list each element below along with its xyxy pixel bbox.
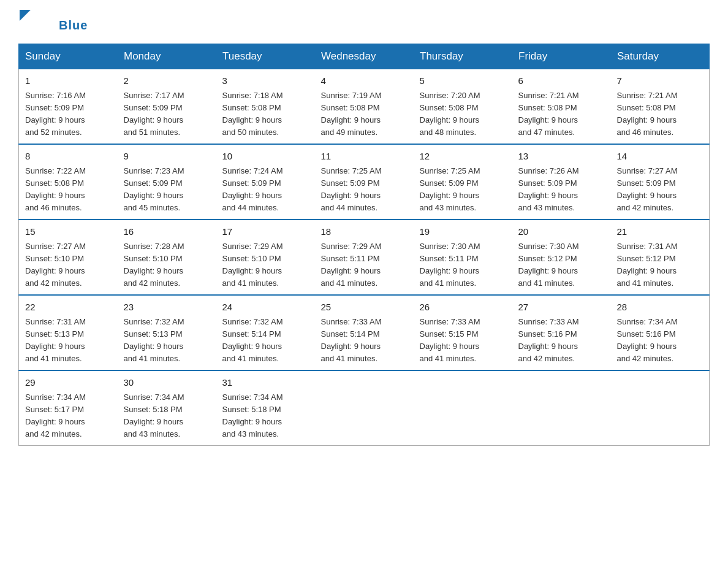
calendar-day-cell: 23 Sunrise: 7:32 AMSunset: 5:13 PMDaylig… (118, 295, 216, 370)
calendar-header-tuesday: Tuesday (216, 44, 315, 69)
day-info: Sunrise: 7:18 AMSunset: 5:08 PMDaylight:… (222, 91, 283, 137)
day-info: Sunrise: 7:21 AMSunset: 5:08 PMDaylight:… (518, 91, 579, 137)
day-number: 31 (222, 376, 309, 390)
calendar-day-cell: 16 Sunrise: 7:28 AMSunset: 5:10 PMDaylig… (118, 220, 216, 295)
day-info: Sunrise: 7:24 AMSunset: 5:09 PMDaylight:… (222, 166, 283, 212)
day-number: 7 (617, 74, 703, 88)
day-number: 14 (617, 150, 703, 164)
day-info: Sunrise: 7:34 AMSunset: 5:16 PMDaylight:… (617, 317, 678, 363)
calendar-day-cell (512, 370, 611, 446)
day-number: 3 (222, 74, 309, 88)
day-number: 21 (617, 225, 703, 239)
calendar-week-row: 22 Sunrise: 7:31 AMSunset: 5:13 PMDaylig… (19, 295, 710, 370)
calendar-day-cell: 1 Sunrise: 7:16 AMSunset: 5:09 PMDayligh… (19, 69, 118, 145)
calendar-day-cell: 25 Sunrise: 7:33 AMSunset: 5:14 PMDaylig… (315, 295, 414, 370)
day-number: 6 (518, 74, 605, 88)
calendar-day-cell: 5 Sunrise: 7:20 AMSunset: 5:08 PMDayligh… (414, 69, 512, 145)
day-info: Sunrise: 7:30 AMSunset: 5:11 PMDaylight:… (420, 242, 480, 288)
day-info: Sunrise: 7:21 AMSunset: 5:08 PMDaylight:… (617, 91, 678, 137)
day-number: 23 (124, 301, 210, 315)
day-number: 2 (124, 74, 210, 88)
calendar-day-cell (414, 370, 512, 446)
day-info: Sunrise: 7:27 AMSunset: 5:10 PMDaylight:… (25, 242, 86, 288)
day-number: 24 (222, 301, 309, 315)
day-info: Sunrise: 7:26 AMSunset: 5:09 PMDaylight:… (518, 166, 579, 212)
calendar-day-cell: 9 Sunrise: 7:23 AMSunset: 5:09 PMDayligh… (118, 144, 216, 220)
day-info: Sunrise: 7:30 AMSunset: 5:12 PMDaylight:… (518, 242, 579, 288)
day-info: Sunrise: 7:25 AMSunset: 5:09 PMDaylight:… (420, 166, 480, 212)
day-number: 17 (222, 225, 309, 239)
day-number: 5 (420, 74, 506, 88)
svg-marker-0 (20, 10, 31, 21)
day-number: 9 (124, 150, 210, 164)
day-number: 19 (420, 225, 506, 239)
calendar-header-saturday: Saturday (611, 44, 710, 69)
calendar-day-cell: 11 Sunrise: 7:25 AMSunset: 5:09 PMDaylig… (315, 144, 414, 220)
calendar-day-cell: 31 Sunrise: 7:34 AMSunset: 5:18 PMDaylig… (216, 370, 315, 446)
calendar-day-cell: 15 Sunrise: 7:27 AMSunset: 5:10 PMDaylig… (19, 220, 118, 295)
day-number: 4 (321, 74, 408, 88)
day-info: Sunrise: 7:34 AMSunset: 5:18 PMDaylight:… (124, 393, 184, 439)
calendar-day-cell: 6 Sunrise: 7:21 AMSunset: 5:08 PMDayligh… (512, 69, 611, 145)
calendar-day-cell (315, 370, 414, 446)
calendar-day-cell: 13 Sunrise: 7:26 AMSunset: 5:09 PMDaylig… (512, 144, 611, 220)
calendar-day-cell: 18 Sunrise: 7:29 AMSunset: 5:11 PMDaylig… (315, 220, 414, 295)
day-number: 15 (25, 225, 112, 239)
calendar-header-thursday: Thursday (414, 44, 512, 69)
day-number: 29 (25, 376, 112, 390)
day-number: 11 (321, 150, 408, 164)
calendar-day-cell: 3 Sunrise: 7:18 AMSunset: 5:08 PMDayligh… (216, 69, 315, 145)
calendar-header-sunday: Sunday (19, 44, 118, 69)
calendar-day-cell: 2 Sunrise: 7:17 AMSunset: 5:09 PMDayligh… (118, 69, 216, 145)
day-info: Sunrise: 7:31 AMSunset: 5:12 PMDaylight:… (617, 242, 678, 288)
day-info: Sunrise: 7:32 AMSunset: 5:13 PMDaylight:… (124, 317, 184, 363)
day-number: 20 (518, 225, 605, 239)
calendar-header-wednesday: Wednesday (315, 44, 414, 69)
day-number: 18 (321, 225, 408, 239)
calendar-header-friday: Friday (512, 44, 611, 69)
calendar-week-row: 29 Sunrise: 7:34 AMSunset: 5:17 PMDaylig… (19, 370, 710, 446)
day-info: Sunrise: 7:20 AMSunset: 5:08 PMDaylight:… (420, 91, 480, 137)
calendar-day-cell: 27 Sunrise: 7:33 AMSunset: 5:16 PMDaylig… (512, 295, 611, 370)
day-info: Sunrise: 7:17 AMSunset: 5:09 PMDaylight:… (124, 91, 184, 137)
day-info: Sunrise: 7:34 AMSunset: 5:17 PMDaylight:… (25, 393, 86, 439)
day-number: 30 (124, 376, 210, 390)
calendar-header-row: SundayMondayTuesdayWednesdayThursdayFrid… (19, 44, 710, 69)
calendar-day-cell: 12 Sunrise: 7:25 AMSunset: 5:09 PMDaylig… (414, 144, 512, 220)
calendar-day-cell: 4 Sunrise: 7:19 AMSunset: 5:08 PMDayligh… (315, 69, 414, 145)
logo-blue-part (18, 12, 31, 23)
calendar-header-monday: Monday (118, 44, 216, 69)
logo-triangle-icon (20, 10, 31, 21)
calendar-week-row: 15 Sunrise: 7:27 AMSunset: 5:10 PMDaylig… (19, 220, 710, 295)
calendar-day-cell: 19 Sunrise: 7:30 AMSunset: 5:11 PMDaylig… (414, 220, 512, 295)
calendar-day-cell: 29 Sunrise: 7:34 AMSunset: 5:17 PMDaylig… (19, 370, 118, 446)
day-number: 26 (420, 301, 506, 315)
day-info: Sunrise: 7:33 AMSunset: 5:15 PMDaylight:… (420, 317, 480, 363)
calendar-day-cell: 24 Sunrise: 7:32 AMSunset: 5:14 PMDaylig… (216, 295, 315, 370)
calendar-day-cell: 17 Sunrise: 7:29 AMSunset: 5:10 PMDaylig… (216, 220, 315, 295)
calendar-day-cell: 10 Sunrise: 7:24 AMSunset: 5:09 PMDaylig… (216, 144, 315, 220)
day-info: Sunrise: 7:27 AMSunset: 5:09 PMDaylight:… (617, 166, 678, 212)
logo: Blue (18, 12, 88, 33)
calendar-day-cell (611, 370, 710, 446)
day-info: Sunrise: 7:33 AMSunset: 5:16 PMDaylight:… (518, 317, 579, 363)
day-number: 12 (420, 150, 506, 164)
day-info: Sunrise: 7:33 AMSunset: 5:14 PMDaylight:… (321, 317, 382, 363)
day-info: Sunrise: 7:32 AMSunset: 5:14 PMDaylight:… (222, 317, 283, 363)
day-info: Sunrise: 7:22 AMSunset: 5:08 PMDaylight:… (25, 166, 86, 212)
calendar-day-cell: 20 Sunrise: 7:30 AMSunset: 5:12 PMDaylig… (512, 220, 611, 295)
day-number: 13 (518, 150, 605, 164)
day-info: Sunrise: 7:28 AMSunset: 5:10 PMDaylight:… (124, 242, 184, 288)
calendar-day-cell: 7 Sunrise: 7:21 AMSunset: 5:08 PMDayligh… (611, 69, 710, 145)
calendar-day-cell: 21 Sunrise: 7:31 AMSunset: 5:12 PMDaylig… (611, 220, 710, 295)
day-info: Sunrise: 7:29 AMSunset: 5:10 PMDaylight:… (222, 242, 283, 288)
day-info: Sunrise: 7:29 AMSunset: 5:11 PMDaylight:… (321, 242, 382, 288)
day-info: Sunrise: 7:16 AMSunset: 5:09 PMDaylight:… (25, 91, 86, 137)
day-number: 8 (25, 150, 112, 164)
day-number: 16 (124, 225, 210, 239)
day-number: 28 (617, 301, 703, 315)
logo-line2: Blue (59, 18, 88, 33)
calendar-day-cell: 14 Sunrise: 7:27 AMSunset: 5:09 PMDaylig… (611, 144, 710, 220)
page-header: Blue (18, 12, 710, 33)
calendar-day-cell: 8 Sunrise: 7:22 AMSunset: 5:08 PMDayligh… (19, 144, 118, 220)
